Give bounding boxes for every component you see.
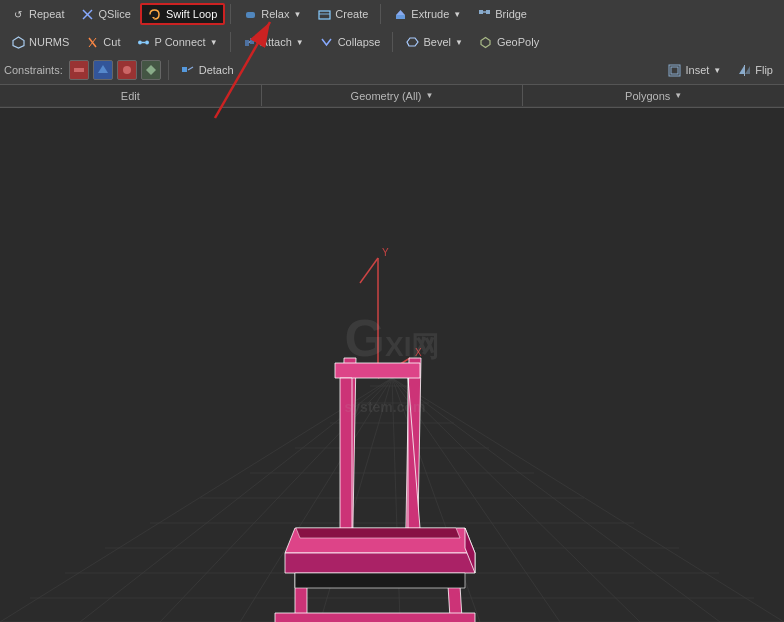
- bridge-button[interactable]: Bridge: [470, 3, 534, 25]
- geometry-dropdown-arrow: ▼: [426, 91, 434, 100]
- svg-marker-23: [98, 65, 108, 73]
- svg-marker-2: [152, 17, 155, 20]
- svg-text:Y: Y: [382, 247, 389, 258]
- bridge-icon: [477, 7, 491, 21]
- svg-rect-26: [182, 67, 187, 72]
- svg-marker-72: [296, 528, 460, 538]
- divider-5: [168, 60, 169, 80]
- svg-marker-73: [275, 613, 475, 622]
- geometry-section[interactable]: Geometry (All) ▼: [262, 85, 524, 106]
- pconnect-button[interactable]: P Connect ▼: [129, 31, 224, 53]
- bevel-button[interactable]: Bevel ▼: [398, 31, 469, 53]
- svg-point-24: [123, 66, 131, 74]
- svg-marker-7: [396, 10, 405, 15]
- watermark: GXI网 system.com: [345, 308, 440, 423]
- svg-rect-8: [479, 10, 483, 14]
- qslice-button[interactable]: QSlice: [73, 3, 137, 25]
- svg-marker-20: [407, 38, 418, 46]
- svg-rect-22: [74, 68, 84, 72]
- divider-2: [380, 4, 381, 24]
- relax-dropdown-arrow: ▼: [293, 10, 301, 19]
- svg-marker-66: [285, 553, 475, 573]
- svg-rect-9: [486, 10, 490, 14]
- svg-rect-6: [396, 15, 405, 19]
- collapse-button[interactable]: Collapse: [313, 31, 388, 53]
- polygons-section[interactable]: Polygons ▼: [523, 85, 784, 106]
- swiftloop-button[interactable]: Swift Loop: [140, 3, 225, 25]
- cut-icon: [85, 35, 99, 49]
- svg-rect-4: [319, 11, 330, 19]
- constraint-btn-4[interactable]: [141, 60, 161, 80]
- svg-marker-68: [295, 573, 465, 588]
- polygons-dropdown-arrow: ▼: [674, 91, 682, 100]
- svg-rect-29: [671, 67, 678, 74]
- detach-icon: [181, 63, 195, 77]
- constraint-btn-1[interactable]: [69, 60, 89, 80]
- nurms-icon: [11, 35, 25, 49]
- repeat-button[interactable]: ↺ Repeat: [4, 3, 71, 25]
- svg-rect-17: [245, 40, 249, 46]
- collapse-icon: [320, 35, 334, 49]
- pconnect-dropdown-arrow: ▼: [210, 38, 218, 47]
- svg-marker-11: [13, 37, 24, 48]
- pconnect-icon: [136, 35, 150, 49]
- svg-marker-21: [481, 37, 490, 47]
- repeat-icon: ↺: [11, 7, 25, 21]
- toolbar-row-3: Constraints: Detach Inset ▼: [0, 56, 784, 84]
- divider-3: [230, 32, 231, 52]
- swiftloop-icon: [148, 7, 162, 21]
- relax-button[interactable]: Relax ▼: [236, 3, 308, 25]
- inset-icon: [667, 63, 681, 77]
- nurms-button[interactable]: NURMS: [4, 31, 76, 53]
- toolbar-sections: Edit Geometry (All) ▼ Polygons ▼: [0, 84, 784, 106]
- edit-section[interactable]: Edit: [0, 85, 262, 106]
- svg-marker-25: [146, 65, 156, 75]
- flip-button[interactable]: Flip: [730, 59, 780, 81]
- toolbar: ↺ Repeat QSlice Swift Loop Relax ▼: [0, 0, 784, 108]
- geopoly-button[interactable]: GeoPoly: [472, 31, 546, 53]
- create-button[interactable]: Create: [310, 3, 375, 25]
- extrude-icon: [393, 7, 407, 21]
- svg-point-14: [138, 40, 142, 44]
- toolbar-row-1: ↺ Repeat QSlice Swift Loop Relax ▼: [0, 0, 784, 28]
- attach-dropdown-arrow: ▼: [296, 38, 304, 47]
- constraint-btn-3[interactable]: [117, 60, 137, 80]
- extrude-button[interactable]: Extrude ▼: [386, 3, 468, 25]
- svg-point-15: [145, 40, 149, 44]
- svg-marker-30: [739, 66, 744, 74]
- cut-button[interactable]: Cut: [78, 31, 127, 53]
- extrude-dropdown-arrow: ▼: [453, 10, 461, 19]
- geopoly-icon: [479, 35, 493, 49]
- attach-button[interactable]: Attach ▼: [236, 31, 311, 53]
- svg-line-27: [188, 67, 193, 70]
- divider-4: [392, 32, 393, 52]
- bevel-dropdown-arrow: ▼: [455, 38, 463, 47]
- svg-rect-18: [250, 38, 254, 44]
- constraints-label: Constraints:: [4, 64, 63, 76]
- toolbar-row-2: NURMS Cut P Connect ▼ Attach ▼: [0, 28, 784, 56]
- svg-line-19: [249, 41, 250, 43]
- create-icon: [317, 7, 331, 21]
- attach-icon: [243, 35, 257, 49]
- inset-dropdown-arrow: ▼: [713, 66, 721, 75]
- detach-button[interactable]: Detach: [174, 59, 241, 81]
- svg-rect-3: [246, 12, 255, 18]
- svg-marker-31: [745, 66, 750, 74]
- flip-icon: [737, 63, 751, 77]
- relax-icon: [243, 7, 257, 21]
- constraint-btn-2[interactable]: [93, 60, 113, 80]
- inset-button[interactable]: Inset ▼: [660, 59, 728, 81]
- viewport[interactable]: Y X GXI网 system.com: [0, 108, 784, 622]
- bevel-icon: [405, 35, 419, 49]
- qslice-icon: [80, 7, 94, 21]
- divider-1: [230, 4, 231, 24]
